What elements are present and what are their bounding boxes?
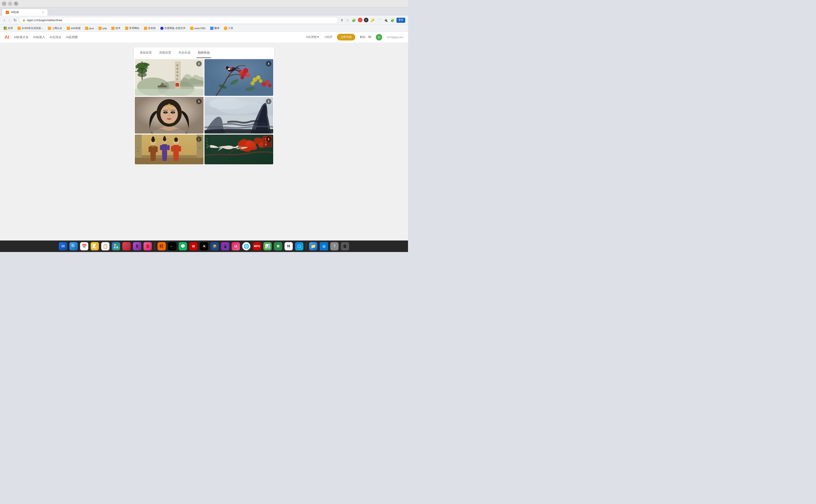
tab-basic[interactable]: 基础设置	[136, 47, 155, 58]
dock-calendar[interactable]: 📅	[80, 242, 89, 251]
dock-reminders[interactable]: 📋	[101, 242, 110, 251]
address-bar[interactable]: 🔒 aiget.cc/#/pages/tabbar/draw	[19, 17, 338, 23]
nav-ai-painting[interactable]: AI绘画大全	[14, 35, 29, 39]
bookmark-common[interactable]: 常用网站	[123, 26, 141, 30]
dock-files[interactable]: 📁	[309, 242, 318, 251]
bookmark-button[interactable]: ☆	[345, 18, 350, 23]
tab-my-works[interactable]: 您的作品	[194, 47, 213, 58]
update-button[interactable]: 更新	[397, 18, 405, 23]
bookmark-java-label: java	[89, 27, 94, 30]
dock-blue-app[interactable]: 📦	[210, 242, 219, 251]
dock-trash[interactable]: 🗑	[340, 242, 350, 251]
nav-forward-button[interactable]: ›	[8, 17, 11, 23]
dock-devtools[interactable]: ⌘	[273, 242, 283, 251]
active-tab[interactable]: A AI绘画 ×	[2, 9, 48, 16]
svg-point-104	[238, 146, 239, 147]
dock-terminal[interactable]: >_	[168, 242, 177, 251]
user-avatar[interactable]: W	[376, 34, 382, 40]
dock-help[interactable]: ?	[330, 242, 339, 251]
plugin-button[interactable]: 🔌	[383, 18, 388, 23]
dock-podcasts[interactable]: 🎙	[132, 242, 142, 251]
bookmark-auth[interactable]: 上网认证	[46, 26, 64, 30]
purple-app-icon: 📱	[221, 242, 229, 250]
svg-text:图: 图	[206, 147, 208, 149]
bookmark-apps[interactable]: 应用	[2, 26, 15, 30]
svg-rect-84	[173, 145, 179, 156]
nav-ai-input[interactable]: AI绘画入	[33, 35, 45, 39]
extensions-button[interactable]: 🧩	[351, 18, 356, 23]
gallery-image-5[interactable]: 宫 廷 图	[135, 135, 204, 164]
bookmark-misc[interactable]: 杂东西	[142, 26, 158, 30]
gallery-image-6[interactable]: 藏 书 楼 山 水 鸟 图	[204, 135, 273, 164]
dock-swiftui[interactable]: S	[143, 242, 152, 251]
dock-wangwang[interactable]: 旺	[157, 242, 166, 251]
bookmark-baidu[interactable]: 百度网盘-全部文件	[158, 26, 187, 30]
bookmark-common-label: 常用网站	[129, 26, 139, 30]
dock-wps-office[interactable]: WPS	[252, 242, 261, 251]
points-display: 积分：55	[360, 35, 371, 39]
tab-generate[interactable]: 作品生成	[175, 47, 194, 58]
download-icon-2	[267, 62, 270, 65]
dock-windows-app[interactable]: ⊞	[319, 242, 328, 251]
dock-appstore[interactable]: 🏪	[111, 242, 121, 251]
bookmark-360[interactable]: 从360安全浏览器...	[16, 26, 45, 30]
back-button[interactable]: ‹	[2, 1, 6, 6]
nav-small-app[interactable]: 小程序	[324, 35, 332, 39]
bookmark-php[interactable]: php	[97, 26, 109, 30]
download-badge-1[interactable]	[196, 61, 202, 66]
dock-mail[interactable]: ✉	[58, 242, 68, 251]
dock-x-app[interactable]: ✕	[199, 242, 209, 251]
bookmark-tech[interactable]: 技术	[109, 26, 122, 30]
nav-app-select[interactable]: AI应用图▼	[306, 35, 319, 39]
nav-ai-studio[interactable]: AI主持台	[50, 35, 61, 39]
nav-ai-app[interactable]: AI应用图	[66, 35, 78, 39]
svg-rect-87	[171, 146, 174, 152]
chrome-icon[interactable]: ●	[364, 18, 368, 22]
dock-chrome[interactable]: 🌐	[242, 242, 251, 251]
download-badge-4[interactable]	[266, 99, 271, 104]
dock-wps-writer[interactable]: W	[189, 242, 198, 251]
gallery-image-1[interactable]: 任 传 书 写 意 印	[135, 59, 204, 96]
tab-close-button[interactable]: ×	[42, 11, 44, 14]
dock-finder[interactable]: 🔍	[69, 242, 78, 251]
download-badge-5[interactable]	[196, 136, 202, 142]
dock-h-app[interactable]: H	[284, 242, 293, 251]
dock-wechat[interactable]: 💬	[178, 242, 187, 251]
download-badge-3[interactable]	[196, 99, 202, 104]
download-badge-2[interactable]	[266, 61, 271, 66]
bookmark-java[interactable]: java	[83, 26, 96, 30]
nav-reload-button[interactable]: ↻	[13, 17, 17, 23]
nav-back-button[interactable]: ‹	[3, 17, 6, 23]
bookmark-web[interactable]: web前端	[65, 26, 82, 30]
reload-button[interactable]: ↻	[14, 1, 18, 6]
dock-green-app[interactable]: 📊	[263, 242, 272, 251]
folder-icon	[17, 27, 21, 30]
dock-blue-grad-app[interactable]: ⬡	[295, 242, 304, 251]
address-actions: ⬆ ☆ 🧩 × ● 🔑 📄 🔌 🧩 更新	[340, 18, 405, 23]
svg-point-28	[243, 68, 248, 73]
files-icon: 📁	[309, 242, 317, 250]
svg-point-85	[174, 137, 178, 142]
bookmark-tools[interactable]: 工具	[222, 26, 235, 30]
dock-ide[interactable]: IJ	[231, 242, 240, 251]
browser-titlebar: ‹ › ↻	[0, 0, 408, 7]
bookmark-pbx[interactable]: work-PBX	[188, 26, 207, 30]
tab-advanced[interactable]: 高级设置	[155, 47, 175, 58]
reader-view-button[interactable]: 📄	[376, 18, 382, 23]
svg-point-7	[138, 72, 147, 77]
profile-icon[interactable]: ×	[358, 18, 362, 22]
bookmark-translate[interactable]: 翻译	[208, 26, 221, 30]
bitwarden-button[interactable]: 🔑	[370, 18, 375, 23]
wps-writer-icon: W	[189, 242, 198, 250]
upgrade-button[interactable]: 立即升级	[337, 34, 355, 40]
gallery-image-2[interactable]	[204, 59, 273, 96]
gallery-image-4[interactable]	[204, 97, 273, 134]
download-badge-6[interactable]	[266, 136, 271, 142]
puzzle-button[interactable]: 🧩	[390, 18, 395, 23]
gallery-image-3[interactable]	[135, 97, 204, 134]
dock-music[interactable]: 🎵	[122, 242, 131, 251]
dock-purple-app[interactable]: 📱	[221, 242, 230, 251]
share-button[interactable]: ⬆	[340, 18, 344, 23]
dock-notes[interactable]: 📝	[90, 242, 99, 251]
forward-button[interactable]: ›	[8, 1, 12, 6]
